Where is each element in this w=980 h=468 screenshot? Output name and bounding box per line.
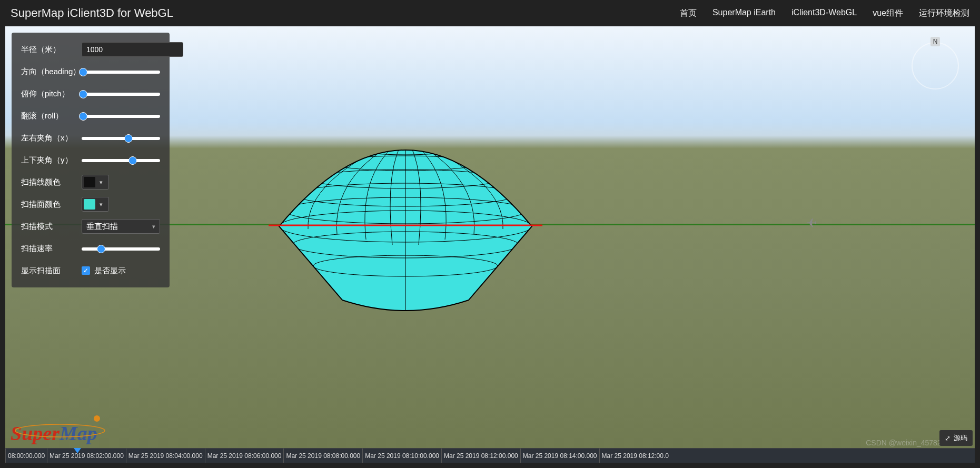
- anglex-label: 左右夹角（x）: [21, 133, 82, 143]
- timeline-tick[interactable]: Mar 25 2019 08:06:00.000: [205, 449, 284, 463]
- control-panel: 半径（米） 方向（heading） 俯仰（pitch） 翻滚（roll） 左右夹…: [12, 33, 170, 287]
- roll-slider[interactable]: [82, 111, 160, 121]
- scan-mode-select[interactable]: 垂直扫描 ▾: [82, 219, 160, 234]
- pitch-slider[interactable]: [82, 88, 160, 99]
- timeline-tick[interactable]: Mar 25 2019 08:12:00.000: [441, 449, 520, 463]
- nav-home[interactable]: 首页: [680, 8, 697, 19]
- chevron-down-icon: ▾: [95, 201, 107, 208]
- line-color-label: 扫描线颜色: [21, 177, 82, 187]
- chevron-down-icon: ▾: [95, 179, 107, 186]
- source-btn-label: 源码: [954, 433, 967, 443]
- radius-input[interactable]: [82, 42, 183, 57]
- timeline-tick[interactable]: Mar 25 2019 08:04:00.000: [126, 449, 205, 463]
- showface-label: 显示扫描面: [21, 266, 82, 276]
- airplane-icon: ✈: [806, 216, 817, 231]
- timeline-tick[interactable]: Mar 25 2019 08:10:00.000: [362, 449, 441, 463]
- svg-point-7: [384, 139, 427, 143]
- face-color-picker[interactable]: ▾: [82, 197, 109, 212]
- supermap-logo: SuperMap: [11, 422, 97, 445]
- speed-slider[interactable]: [82, 243, 160, 254]
- nav-vue[interactable]: vue组件: [873, 8, 903, 19]
- timeline-tick[interactable]: 08:00:00.000: [5, 449, 47, 463]
- source-code-button[interactable]: ⤢ 源码: [939, 430, 973, 446]
- chevron-down-icon: ▾: [152, 223, 155, 230]
- expand-icon: ⤢: [945, 434, 951, 442]
- select-value: 垂直扫描: [86, 222, 118, 232]
- angley-label: 上下夹角（y）: [21, 155, 82, 165]
- timeline-tick[interactable]: Mar 25 2019 08:14:00.000: [520, 449, 599, 463]
- timeline-tick[interactable]: Mar 25 2019 08:08:00.000: [283, 449, 362, 463]
- face-color-label: 扫描面颜色: [21, 200, 82, 210]
- viewport-3d[interactable]: ✈ 半径（米） 方向（heading） 俯仰（pitch） 翻滚（roll） 左…: [5, 26, 975, 463]
- timeline-tick[interactable]: Mar 25 2019 08:12:00.0: [599, 449, 671, 463]
- mode-label: 扫描模式: [21, 222, 82, 232]
- radar-dome: [258, 132, 553, 321]
- showface-checkbox[interactable]: ✓: [82, 266, 90, 275]
- nav-iclient3d[interactable]: iClient3D-WebGL: [791, 8, 857, 19]
- line-color-picker[interactable]: ▾: [82, 175, 109, 190]
- radius-label: 半径（米）: [21, 45, 82, 55]
- anglex-slider[interactable]: [82, 133, 160, 143]
- angley-slider[interactable]: [82, 155, 160, 165]
- timeline-bar[interactable]: 08:00:00.000 Mar 25 2019 08:02:00.000 Ma…: [5, 448, 975, 463]
- compass-widget[interactable]: N: [912, 42, 959, 89]
- app-title: SuperMap iClient3D for WebGL: [11, 6, 680, 20]
- showface-toggle-label: 是否显示: [94, 266, 126, 276]
- svg-point-12: [94, 415, 100, 422]
- heading-label: 方向（heading）: [21, 67, 82, 77]
- header-bar: SuperMap iClient3D for WebGL 首页 SuperMap…: [0, 0, 980, 26]
- compass-north-icon: N: [930, 37, 940, 46]
- nav: 首页 SuperMap iEarth iClient3D-WebGL vue组件…: [680, 8, 969, 19]
- timeline-playhead-icon[interactable]: [74, 448, 81, 453]
- nav-iearth[interactable]: SuperMap iEarth: [712, 8, 776, 19]
- timeline-tick[interactable]: Mar 25 2019 08:02:00.000: [47, 449, 126, 463]
- roll-label: 翻滚（roll）: [21, 111, 82, 121]
- speed-label: 扫描速率: [21, 244, 82, 254]
- heading-slider[interactable]: [82, 66, 160, 77]
- nav-envcheck[interactable]: 运行环境检测: [919, 8, 969, 19]
- svg-point-11: [15, 424, 105, 437]
- pitch-label: 俯仰（pitch）: [21, 89, 82, 99]
